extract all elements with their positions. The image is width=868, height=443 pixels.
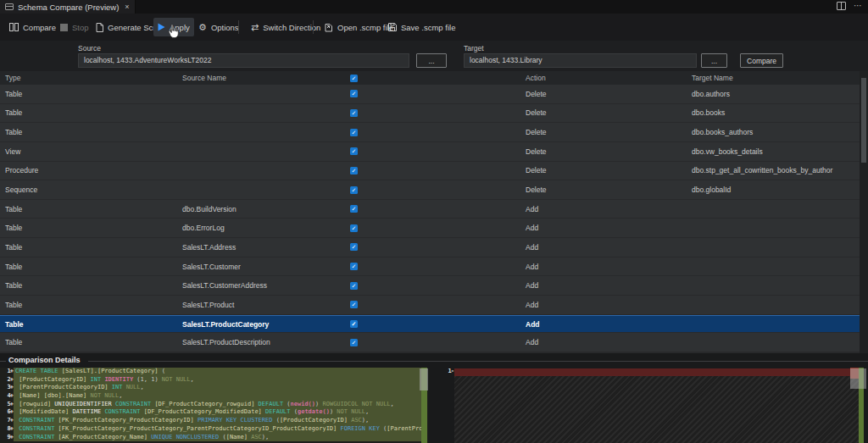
table-row[interactable]: Table✓Deletedbo.authors (0, 85, 860, 103)
tab-title: Schema Compare (Preview) (18, 3, 119, 12)
table-row[interactable]: Tabledbo.ErrorLog✓Add (0, 219, 860, 237)
row-include-checkbox[interactable]: ✓ (350, 205, 358, 213)
row-action-cell: Add (526, 219, 538, 237)
save-file-icon (388, 23, 397, 31)
row-type-cell: Table (5, 85, 22, 103)
row-type-cell: Sequence (5, 180, 37, 199)
gear-icon: ⚙ (198, 23, 207, 32)
stop-icon (60, 24, 68, 31)
row-include-checkbox[interactable]: ✓ (350, 339, 358, 346)
table-row[interactable]: TableSalesLT.ProductCategory✓Add (0, 315, 860, 333)
row-include-checkbox[interactable]: ✓ (350, 243, 358, 251)
line-number: 5+ (0, 401, 13, 409)
row-target-name-cell: dbo.authors (692, 85, 730, 103)
row-include-checkbox[interactable]: ✓ (350, 186, 358, 194)
table-row[interactable]: Table✓Deletedbo.books_authors (0, 123, 860, 141)
code-line: 5+ [rowguid] UNIQUEIDENTIFIER CONSTRAINT… (0, 401, 428, 409)
diff-source-scrollbar-thumb[interactable] (420, 368, 428, 390)
row-source-name-cell: dbo.BuildVersion (182, 200, 236, 219)
table-row[interactable]: TableSalesLT.ProductDescription✓Add (0, 333, 860, 352)
target-browse-button[interactable]: ... (701, 53, 727, 68)
table-row[interactable]: TableSalesLT.Address✓Add (0, 238, 860, 257)
diff-target-pane[interactable]: 1- (436, 368, 868, 443)
table-row[interactable]: Tabledbo.BuildVersion✓Add (0, 200, 860, 219)
row-include-checkbox[interactable]: ✓ (350, 109, 358, 117)
row-include-checkbox[interactable]: ✓ (350, 129, 358, 136)
comparison-details-header: Comparison Details (0, 354, 868, 367)
table-row[interactable]: TableSalesLT.CustomerAddress✓Add (0, 276, 860, 295)
source-browse-button[interactable]: ... (416, 53, 447, 68)
line-number: 7+ (0, 417, 13, 425)
tab-bar: Schema Compare (Preview) × ⋯ (0, 0, 868, 14)
row-target-name-cell: dbo.books (692, 104, 725, 123)
stop-button[interactable]: Stop (56, 18, 93, 36)
header-checkbox[interactable]: ✓ (350, 75, 358, 82)
target-input[interactable]: localhost, 1433.Library (464, 53, 697, 68)
line-number: 1+ (0, 368, 13, 376)
row-include-checkbox[interactable]: ✓ (350, 224, 358, 232)
line-number: 8+ (0, 425, 13, 434)
comparison-details-title: Comparison Details (8, 356, 81, 364)
row-action-cell: Add (526, 333, 538, 352)
switch-direction-icon: ⇄ (251, 23, 259, 32)
table-row[interactable]: Table✓Deletedbo.books (0, 104, 860, 123)
row-action-cell: Delete (526, 104, 547, 123)
row-include-checkbox[interactable]: ✓ (350, 301, 358, 308)
row-include-checkbox[interactable]: ✓ (350, 90, 358, 97)
row-action-cell: Add (526, 316, 540, 333)
row-type-cell: Table (5, 257, 22, 276)
row-action-cell: Add (526, 276, 538, 295)
row-source-name-cell: SalesLT.ProductDescription (182, 333, 270, 352)
compare-icon (9, 23, 19, 31)
table-row[interactable]: TableSalesLT.Product✓Add (0, 296, 860, 314)
row-action-cell: Add (526, 296, 538, 314)
row-include-checkbox[interactable]: ✓ (350, 167, 358, 174)
tab-schema-compare[interactable]: Schema Compare (Preview) × (0, 0, 136, 14)
code-line: 7+ CONSTRAINT [PK_ProductCategory_Produc… (0, 417, 428, 425)
close-tab-icon[interactable]: × (125, 3, 129, 11)
options-button[interactable]: ⚙ Options (194, 18, 243, 36)
editor-actions: ⋯ (837, 2, 863, 10)
table-row[interactable]: Sequence✓Deletedbo.globalId (0, 180, 860, 199)
row-include-checkbox[interactable]: ✓ (350, 263, 358, 270)
more-actions-icon[interactable]: ⋯ (854, 2, 863, 10)
row-include-checkbox[interactable]: ✓ (350, 320, 358, 328)
row-source-name-cell: SalesLT.Product (182, 296, 234, 314)
save-scmp-button[interactable]: Save .scmp file (384, 18, 459, 36)
split-editor-icon[interactable] (837, 2, 846, 10)
source-input[interactable]: localhost, 1433.AdventureWorksLT2022 (78, 53, 409, 68)
column-header-target[interactable]: Target Name (692, 71, 733, 85)
line-number: 6+ (0, 408, 13, 417)
column-header-action[interactable]: Action (526, 71, 546, 85)
column-header-source[interactable]: Source Name (182, 71, 226, 85)
code-line: 4+ [Name] [dbo].[Name] NOT NULL, (0, 392, 428, 401)
row-source-name-cell: SalesLT.Customer (182, 257, 241, 276)
diff-target-scrollbar-thumb[interactable] (850, 368, 866, 389)
comparison-details-panel: Comparison Details 1+CREATE TABLE [Sales… (0, 353, 868, 443)
compare-button[interactable]: Compare (5, 18, 60, 36)
grid-scrollbar-thumb[interactable] (861, 78, 866, 163)
row-action-cell: Add (526, 257, 538, 276)
column-header-type[interactable]: Type (5, 71, 20, 85)
row-action-cell: Add (526, 200, 538, 219)
row-type-cell: Table (5, 316, 24, 333)
table-row[interactable]: TableSalesLT.Customer✓Add (0, 257, 860, 276)
row-type-cell: Table (5, 219, 22, 237)
row-target-name-cell: dbo.globalId (692, 180, 731, 199)
compare-action-button[interactable]: Compare (740, 53, 783, 68)
open-file-icon (325, 23, 333, 32)
row-include-checkbox[interactable]: ✓ (350, 282, 358, 290)
row-include-checkbox[interactable]: ✓ (350, 147, 358, 155)
grid-scrollbar[interactable] (860, 71, 868, 353)
line-number: 2+ (0, 376, 13, 385)
table-row[interactable]: View✓Deletedbo.vw_books_details (0, 142, 860, 161)
diff-source-pane[interactable]: 1+CREATE TABLE [SalesLT].[ProductCategor… (0, 368, 428, 443)
row-action-cell: Delete (526, 142, 547, 161)
table-row[interactable]: Procedure✓Deletedbo.stp_get_all_cowritte… (0, 162, 860, 180)
code-line: 1+CREATE TABLE [SalesLT].[ProductCategor… (0, 368, 428, 376)
grid-header: Type Source Name ✓ Action Target Name (0, 71, 860, 85)
row-target-name-cell: dbo.vw_books_details (692, 142, 763, 161)
schema-compare-tab-icon (5, 3, 14, 10)
options-button-label: Options (211, 23, 239, 32)
row-source-name-cell: dbo.ErrorLog (182, 219, 225, 237)
